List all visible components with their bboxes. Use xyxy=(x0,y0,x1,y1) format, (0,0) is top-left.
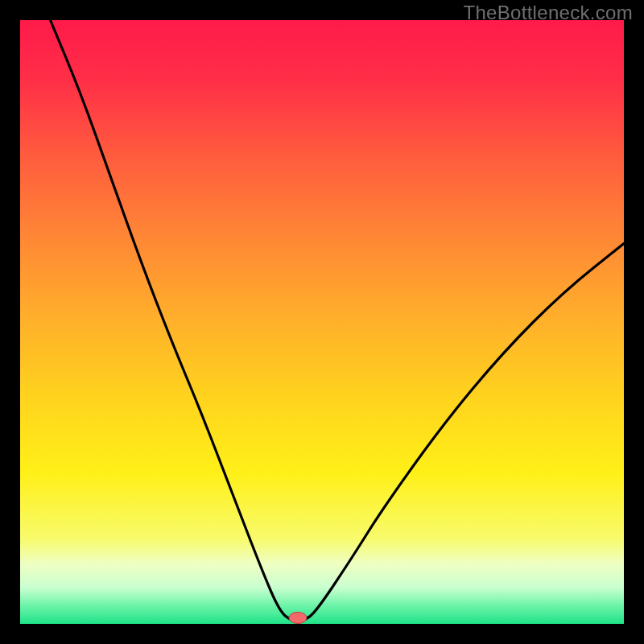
watermark-text: TheBottleneck.com xyxy=(463,2,633,24)
chart-frame: TheBottleneck.com xyxy=(0,0,644,644)
plot-area xyxy=(20,20,624,624)
optimal-point-marker xyxy=(289,613,307,624)
bottleneck-chart xyxy=(20,20,624,624)
